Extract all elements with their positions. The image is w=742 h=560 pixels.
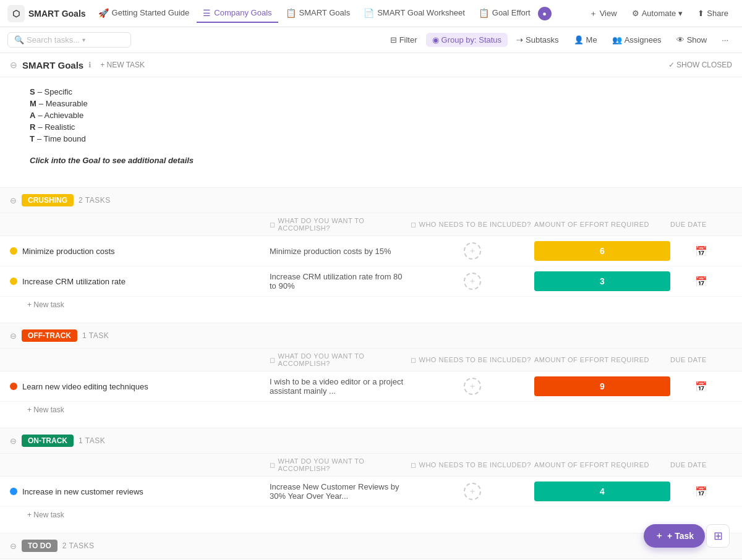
effort-bar: 3 xyxy=(534,271,670,291)
status-badge-to-do: TO DO xyxy=(22,540,58,552)
task-count-off-track: 1 TASK xyxy=(82,331,109,340)
assignee-add-button[interactable]: ＋ xyxy=(464,483,481,500)
getting-started-icon: 🚀 xyxy=(98,8,109,18)
groups-container: ⊖ CRUSHING 2 TASKS ◻ WHAT DO YOU WANT TO… xyxy=(0,187,742,560)
task-name: Learn new video editing techniques xyxy=(22,382,148,391)
search-box[interactable]: 🔍 Search tasks... ▾ xyxy=(7,32,131,48)
click-hint: Click into the Goal to see additional de… xyxy=(30,156,712,165)
search-placeholder: Search tasks... xyxy=(27,35,80,45)
task-count-on-track: 1 TASK xyxy=(79,436,105,445)
smart-goal-worksheet-icon: 📄 xyxy=(364,8,374,18)
me-button[interactable]: 👤 Me xyxy=(568,33,603,47)
table-row[interactable]: Increase CRM utilization rate Increase C… xyxy=(0,266,742,297)
grid-icon: ⊞ xyxy=(714,529,723,543)
tab-goal-effort[interactable]: 📋 Goal Effort xyxy=(472,4,537,23)
group-crushing: ⊖ CRUSHING 2 TASKS ◻ WHAT DO YOU WANT TO… xyxy=(0,187,742,313)
grid-view-button[interactable]: ⊞ xyxy=(706,524,730,548)
group-toggle-to-do[interactable]: ⊖ xyxy=(10,541,17,551)
nav-badge: ● xyxy=(538,7,552,20)
task-accomplish: Increase CRM utilization rate from 80 to… xyxy=(270,272,411,291)
task-accomplish: Increase New Customer Reviews by 30% Yea… xyxy=(270,482,411,501)
effort-bar: 4 xyxy=(534,482,670,501)
col-due-date: DUE DATE xyxy=(670,356,732,363)
col-headers-off-track: ◻ WHAT DO YOU WANT TO ACCOMPLISH? ◻ WHO … xyxy=(0,349,742,371)
subtasks-button[interactable]: ⇢ Subtasks xyxy=(510,33,565,47)
assignee-add-button[interactable]: ＋ xyxy=(464,273,481,290)
status-badge-crushing: CRUSHING xyxy=(22,194,74,206)
status-badge-on-track: ON-TRACK xyxy=(22,435,74,447)
tab-getting-started[interactable]: 🚀 Getting Started Guide xyxy=(92,4,196,23)
task-name-cell: Increase CRM utilization rate xyxy=(10,277,270,286)
company-goals-icon: ☰ xyxy=(203,8,211,18)
assignees-icon: 👥 xyxy=(612,35,622,45)
calendar-icon[interactable]: 📅 xyxy=(695,486,707,498)
col-due-date: DUE DATE xyxy=(670,461,732,469)
col-included: ◻ WHO NEEDS TO BE INCLUDED? xyxy=(411,221,534,229)
filter-button[interactable]: ⊟ Filter xyxy=(384,33,424,47)
task-count-to-do: 2 TASKS xyxy=(62,541,95,550)
add-task-button[interactable]: ＋ + Task xyxy=(644,524,705,548)
section-info-icon[interactable]: ℹ xyxy=(88,61,92,69)
task-name: Increase CRM utilization rate xyxy=(22,277,126,286)
table-row[interactable]: Minimize production costs Minimize produ… xyxy=(0,236,742,266)
table-row[interactable]: Increase in new customer reviews Increas… xyxy=(0,477,742,507)
automate-button[interactable]: ⚙ Automate ▾ xyxy=(626,6,689,21)
smart-goals-icon: 📋 xyxy=(286,8,296,18)
status-badge-off-track: OFF-TRACK xyxy=(22,329,77,342)
acronym-r: R – Realistic xyxy=(30,122,712,132)
col-headers-crushing: ◻ WHAT DO YOU WANT TO ACCOMPLISH? ◻ WHO … xyxy=(0,213,742,236)
effort-cell: 4 xyxy=(534,482,670,501)
calendar-icon[interactable]: 📅 xyxy=(695,276,707,287)
assignee-add-button[interactable]: ＋ xyxy=(464,242,481,260)
toolbar: 🔍 Search tasks... ▾ ⊟ Filter ◉ Group by:… xyxy=(0,27,742,53)
col-accomplish-icon: ◻ xyxy=(270,461,276,469)
group-by-button[interactable]: ◉ Group by: Status xyxy=(426,33,508,47)
task-accomplish: I wish to be a video editor or a project… xyxy=(270,377,411,396)
new-task-row[interactable]: + New task xyxy=(0,297,742,313)
me-icon: 👤 xyxy=(574,35,584,45)
group-toggle-off-track[interactable]: ⊖ xyxy=(10,331,17,341)
task-name-cell: Learn new video editing techniques xyxy=(10,382,270,391)
task-name: Minimize production costs xyxy=(22,247,115,256)
group-header-on-track: ⊖ ON-TRACK 1 TASK xyxy=(0,428,742,454)
goal-effort-icon: 📋 xyxy=(479,8,489,18)
task-name-cell: Increase in new customer reviews xyxy=(10,487,270,496)
show-button[interactable]: 👁 Show xyxy=(670,33,714,47)
group-toggle-crushing[interactable]: ⊖ xyxy=(10,196,17,205)
col-included: ◻ WHO NEEDS TO BE INCLUDED? xyxy=(411,461,534,469)
calendar-icon[interactable]: 📅 xyxy=(695,381,707,392)
col-accomplish-icon: ◻ xyxy=(270,221,276,229)
app-title: SMART Goals xyxy=(28,9,86,19)
tab-smart-goal-worksheet[interactable]: 📄 SMART Goal Worksheet xyxy=(357,4,471,23)
group-toggle-on-track[interactable]: ⊖ xyxy=(10,436,17,446)
group-to-do: ⊖ TO DO 2 TASKS ◻ WHAT DO YOU WANT TO AC… xyxy=(0,533,742,560)
assignee-add-button[interactable]: ＋ xyxy=(464,378,481,395)
more-options-button[interactable]: ··· xyxy=(715,33,735,47)
new-task-row[interactable]: + New task xyxy=(0,402,742,418)
assignees-button[interactable]: 👥 Assignees xyxy=(606,33,668,47)
tab-company-goals[interactable]: ☰ Company Goals xyxy=(197,4,278,23)
view-button[interactable]: ＋ View xyxy=(583,5,623,22)
task-count-crushing: 2 TASKS xyxy=(79,196,111,205)
acronym-t: T – Time bound xyxy=(30,134,712,143)
col-accomplish-icon: ◻ xyxy=(270,356,276,364)
calendar-icon[interactable]: 📅 xyxy=(695,245,707,257)
group-off-track: ⊖ OFF-TRACK 1 TASK ◻ WHAT DO YOU WANT TO… xyxy=(0,323,742,418)
task-accomplish: Minimize production costs by 15% xyxy=(270,247,411,256)
due-date-cell: 📅 xyxy=(670,276,732,287)
task-name: Increase in new customer reviews xyxy=(22,487,143,496)
show-closed-button[interactable]: ✓ SHOW CLOSED xyxy=(668,61,732,69)
section-toggle[interactable]: ⊖ xyxy=(10,60,17,70)
tab-smart-goals[interactable]: 📋 SMART Goals xyxy=(279,4,357,23)
group-header-off-track: ⊖ OFF-TRACK 1 TASK xyxy=(0,323,742,349)
table-row[interactable]: Learn new video editing techniques I wis… xyxy=(0,371,742,402)
new-task-row[interactable]: + New task xyxy=(0,507,742,523)
share-button[interactable]: ⬆ Share xyxy=(691,6,735,21)
new-task-button[interactable]: + NEW TASK xyxy=(96,59,148,70)
group-header-crushing: ⊖ CRUSHING 2 TASKS xyxy=(0,187,742,213)
subtasks-icon: ⇢ xyxy=(516,35,523,45)
group-on-track: ⊖ ON-TRACK 1 TASK ◻ WHAT DO YOU WANT TO … xyxy=(0,428,742,523)
automate-icon: ⚙ xyxy=(632,9,639,18)
effort-cell: 3 xyxy=(534,271,670,291)
app-logo[interactable]: ⬡ SMART Goals xyxy=(7,5,86,22)
